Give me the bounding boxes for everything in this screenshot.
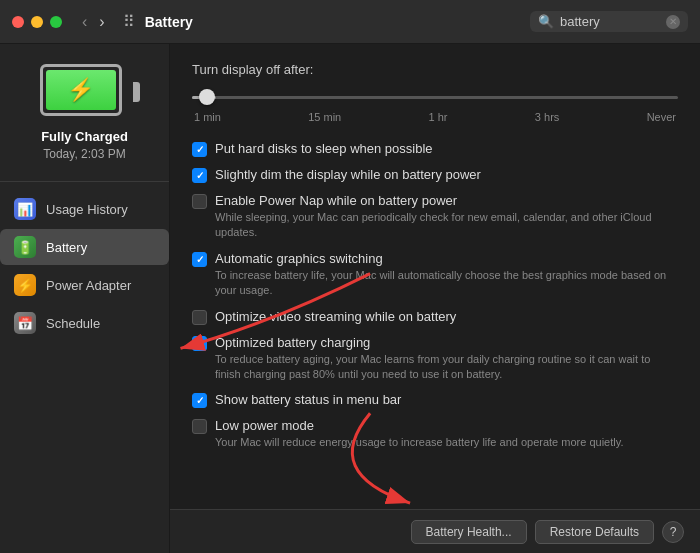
battery-body: ⚡ [40,64,122,116]
option-label-power-nap: Enable Power Nap while on battery power [215,193,678,208]
search-box: 🔍 ✕ [530,11,688,32]
option-label-auto-graphics: Automatic graphics switching [215,251,678,266]
search-input[interactable] [560,14,660,29]
option-desc-low-power: Your Mac will reduce energy usage to inc… [215,435,678,450]
sidebar-item-label: Schedule [46,316,100,331]
slider-track-area[interactable] [192,87,678,107]
sidebar-item-label: Power Adapter [46,278,131,293]
sidebar-item-power-adapter[interactable]: ⚡ Power Adapter [0,267,169,303]
usage-history-icon: 📊 [14,198,36,220]
option-desc-power-nap: While sleeping, your Mac can periodicall… [215,210,678,241]
option-label-hard-disks: Put hard disks to sleep when possible [215,141,678,156]
tick-1hr: 1 hr [429,111,448,123]
sidebar-item-label: Usage History [46,202,128,217]
sidebar-item-schedule[interactable]: 📅 Schedule [0,305,169,341]
slider-track [192,96,678,99]
sidebar-item-label: Battery [46,240,87,255]
option-optimized-charging: Optimized battery charging To reduce bat… [192,335,678,383]
option-label-optimized-charging: Optimized battery charging [215,335,678,350]
content-area: Turn display off after: 1 min 15 min 1 h… [170,44,700,553]
option-label-battery-status: Show battery status in menu bar [215,392,678,407]
option-video-streaming: Optimize video streaming while on batter… [192,309,678,325]
footer-buttons: Battery Health... Restore Defaults ? [170,509,700,553]
option-label-video-streaming: Optimize video streaming while on batter… [215,309,678,324]
battery-time-text: Today, 2:03 PM [43,147,126,161]
titlebar: ‹ › ⠿ Battery 🔍 ✕ [0,0,700,44]
option-desc-auto-graphics: To increase battery life, your Mac will … [215,268,678,299]
tick-15min: 15 min [308,111,341,123]
battery-icon: 🔋 [14,236,36,258]
option-power-nap: Enable Power Nap while on battery power … [192,193,678,241]
main-layout: ⚡ Fully Charged Today, 2:03 PM 📊 Usage H… [0,44,700,553]
checkbox-power-nap[interactable] [192,194,207,209]
slider-ticks: 1 min 15 min 1 hr 3 hrs Never [192,111,678,123]
close-button[interactable] [12,16,24,28]
option-desc-optimized-charging: To reduce battery aging, your Mac learns… [215,352,678,383]
schedule-icon: 📅 [14,312,36,334]
sidebar-divider [0,181,169,182]
checkbox-battery-status[interactable] [192,393,207,408]
maximize-button[interactable] [50,16,62,28]
slider-label: Turn display off after: [192,62,678,77]
battery-plug-icon: ⚡ [67,77,94,103]
search-clear-button[interactable]: ✕ [666,15,680,29]
display-sleep-section: Turn display off after: 1 min 15 min 1 h… [192,62,678,123]
traffic-lights [12,16,62,28]
search-icon: 🔍 [538,14,554,29]
option-label-dim-display: Slightly dim the display while on batter… [215,167,678,182]
nav-arrows: ‹ › [78,11,109,33]
battery-health-button[interactable]: Battery Health... [411,520,527,544]
forward-arrow[interactable]: › [95,11,108,33]
battery-icon-container: ⚡ [40,64,130,119]
option-low-power: Low power mode Your Mac will reduce ener… [192,418,678,450]
battery-status-text: Fully Charged [41,129,128,144]
checkbox-dim-display[interactable] [192,168,207,183]
back-arrow[interactable]: ‹ [78,11,91,33]
option-label-low-power: Low power mode [215,418,678,433]
option-hard-disks: Put hard disks to sleep when possible [192,141,678,157]
tick-never: Never [647,111,676,123]
tick-3hrs: 3 hrs [535,111,559,123]
checkbox-video-streaming[interactable] [192,310,207,325]
option-dim-display: Slightly dim the display while on batter… [192,167,678,183]
checkbox-hard-disks[interactable] [192,142,207,157]
checkbox-optimized-charging[interactable] [192,336,207,351]
titlebar-title: Battery [145,14,193,30]
sidebar: ⚡ Fully Charged Today, 2:03 PM 📊 Usage H… [0,44,170,553]
sidebar-item-battery[interactable]: 🔋 Battery [0,229,169,265]
help-button[interactable]: ? [662,521,684,543]
checkbox-low-power[interactable] [192,419,207,434]
power-adapter-icon: ⚡ [14,274,36,296]
battery-tip [133,82,140,102]
minimize-button[interactable] [31,16,43,28]
restore-defaults-button[interactable]: Restore Defaults [535,520,654,544]
option-auto-graphics: Automatic graphics switching To increase… [192,251,678,299]
tick-1min: 1 min [194,111,221,123]
option-battery-status: Show battery status in menu bar [192,392,678,408]
sidebar-item-usage-history[interactable]: 📊 Usage History [0,191,169,227]
grid-icon[interactable]: ⠿ [123,12,135,31]
slider-thumb[interactable] [199,89,215,105]
checkbox-auto-graphics[interactable] [192,252,207,267]
